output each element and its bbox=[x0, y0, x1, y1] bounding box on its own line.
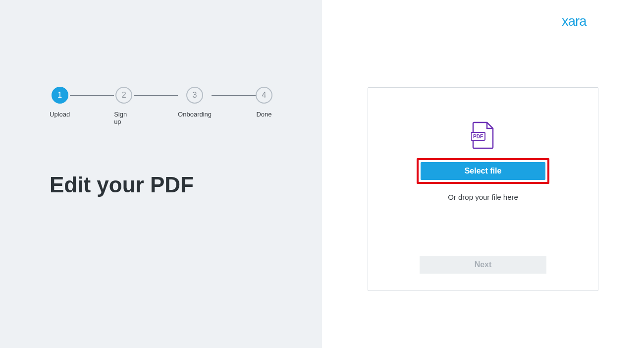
svg-text:xara: xara bbox=[562, 14, 587, 29]
step-label-1: Upload bbox=[50, 111, 70, 118]
step-label-2: Sign up bbox=[114, 111, 134, 125]
pdf-file-icon: PDF bbox=[471, 121, 495, 149]
step-circle-3: 3 bbox=[186, 87, 203, 104]
step-onboarding: 3 Onboarding bbox=[178, 87, 212, 118]
step-line-3 bbox=[212, 95, 256, 96]
step-upload: 1 Upload bbox=[50, 87, 70, 118]
right-panel: xara PDF Select file Or drop your file h… bbox=[322, 0, 644, 348]
stepper: 1 Upload 2 Sign up 3 Onboarding 4 Done bbox=[50, 87, 272, 125]
step-circle-2: 2 bbox=[115, 87, 132, 104]
select-file-highlight: Select file bbox=[417, 158, 549, 184]
step-circle-1: 1 bbox=[52, 87, 68, 104]
step-signup: 2 Sign up bbox=[114, 87, 134, 125]
step-circle-4: 4 bbox=[256, 87, 272, 104]
page-heading: Edit your PDF bbox=[50, 173, 272, 197]
xara-logo-svg: xara bbox=[562, 14, 609, 29]
left-panel: 1 Upload 2 Sign up 3 Onboarding 4 Done E… bbox=[0, 0, 322, 348]
select-file-button[interactable]: Select file bbox=[421, 162, 545, 180]
xara-logo: xara bbox=[562, 14, 609, 33]
step-line-1 bbox=[70, 95, 114, 96]
svg-text:PDF: PDF bbox=[473, 134, 483, 139]
next-button[interactable]: Next bbox=[420, 256, 546, 274]
step-line-2 bbox=[134, 95, 178, 96]
step-done: 4 Done bbox=[256, 87, 272, 118]
upload-card: PDF Select file Or drop your file here N… bbox=[368, 87, 598, 291]
step-label-3: Onboarding bbox=[178, 111, 212, 118]
step-label-4: Done bbox=[256, 111, 271, 118]
drop-file-text: Or drop your file here bbox=[448, 193, 518, 201]
